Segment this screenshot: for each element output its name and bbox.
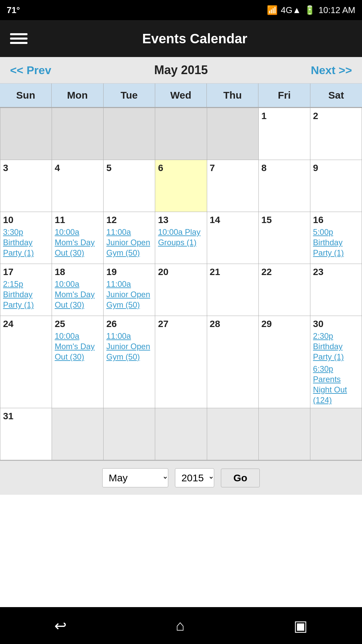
header-sun: Sun	[0, 84, 52, 107]
cal-cell-3: 3	[0, 160, 52, 212]
month-navigation: << Prev May 2015 Next >>	[0, 57, 362, 84]
date-number: 1	[261, 111, 307, 121]
bottom-nav-bar: ↩ ⌂ ▣	[0, 607, 362, 644]
footer-controls: January February March April May June Ju…	[0, 460, 362, 495]
cal-cell-31: 31	[0, 408, 52, 460]
cal-cell-15: 15	[259, 212, 310, 264]
cal-cell-5: 5	[104, 160, 155, 212]
cal-cell-8: 8	[259, 160, 310, 212]
cal-cell-28: 28	[207, 316, 259, 408]
month-select[interactable]: January February March April May June Ju…	[102, 468, 168, 487]
cal-cell-empty	[104, 108, 155, 160]
cal-cell-30: 30 2:30p Birthday Party (1) 6:30p Parent…	[310, 316, 362, 408]
status-icons: 📶 4G▲ 🔋 10:12 AM	[267, 5, 355, 15]
cal-cell-20: 20	[155, 264, 207, 316]
event-link[interactable]: 10:00a Mom's Day Out (30)	[55, 227, 101, 258]
date-number: 23	[313, 267, 359, 277]
date-number: 16	[313, 215, 359, 225]
cal-cell-16: 16 5:00p Birthday Party (1)	[310, 212, 362, 264]
time: 10:12 AM	[318, 5, 355, 15]
event-link[interactable]: 2:15p Birthday Party (1)	[3, 279, 49, 310]
header-fri: Fri	[258, 84, 310, 107]
header-thu: Thu	[207, 84, 258, 107]
header-mon: Mon	[52, 84, 103, 107]
event-link[interactable]: 10:00a Play Groups (1)	[158, 227, 204, 248]
current-month-year: May 2015	[154, 63, 208, 77]
next-button[interactable]: Next >>	[311, 64, 352, 77]
event-link[interactable]: 11:00a Junior Open Gym (50)	[106, 279, 152, 310]
date-number: 24	[3, 319, 49, 329]
date-number: 29	[261, 319, 307, 329]
date-number: 13	[158, 215, 204, 225]
date-number: 8	[261, 163, 307, 173]
cal-cell-empty	[207, 408, 259, 460]
cal-cell-empty	[52, 108, 104, 160]
cal-cell-14: 14	[207, 212, 259, 264]
wifi-icon: 📶	[267, 5, 278, 15]
date-number: 7	[210, 163, 256, 173]
event-link[interactable]: 10:00a Mom's Day Out (30)	[55, 331, 101, 362]
date-number: 6	[158, 163, 204, 173]
date-number: 22	[261, 267, 307, 277]
date-number: 15	[261, 215, 307, 225]
event-link[interactable]: 3:30p Birthday Party (1)	[3, 227, 49, 258]
cal-cell-11: 11 10:00a Mom's Day Out (30)	[52, 212, 104, 264]
back-button[interactable]: ↩	[54, 617, 67, 634]
date-number: 11	[55, 215, 101, 225]
cal-cell-19: 19 11:00a Junior Open Gym (50)	[104, 264, 155, 316]
cal-cell-23: 23	[310, 264, 362, 316]
date-number: 31	[3, 411, 49, 422]
temperature: 71°	[7, 5, 20, 15]
prev-button[interactable]: << Prev	[10, 64, 51, 77]
event-link[interactable]: 2:30p Birthday Party (1)	[313, 331, 359, 362]
cal-cell-empty	[0, 108, 52, 160]
home-button[interactable]: ⌂	[176, 617, 185, 634]
cal-cell-4: 4	[52, 160, 104, 212]
event-link[interactable]: 6:30p Parents Night Out (124)	[313, 364, 359, 406]
header-tue: Tue	[104, 84, 155, 107]
cal-cell-25: 25 10:00a Mom's Day Out (30)	[52, 316, 104, 408]
date-number: 3	[3, 163, 49, 173]
date-number: 27	[158, 319, 204, 329]
year-select[interactable]: 2013 2014 2015 2016 2017	[175, 468, 214, 487]
app-header: Events Calendar	[0, 20, 362, 57]
event-link[interactable]: 5:00p Birthday Party (1)	[313, 227, 359, 258]
status-bar: 71° 📶 4G▲ 🔋 10:12 AM	[0, 0, 362, 20]
signal-icon: 4G▲	[281, 5, 301, 15]
calendar: Sun Mon Tue Wed Thu Fri Sat 1 2 3 4 5	[0, 84, 362, 460]
menu-button[interactable]	[10, 33, 27, 44]
date-number: 4	[55, 163, 101, 173]
go-button[interactable]: Go	[221, 469, 260, 487]
cal-cell-2: 2	[310, 108, 362, 160]
date-number: 18	[55, 267, 101, 277]
day-headers: Sun Mon Tue Wed Thu Fri Sat	[0, 84, 362, 108]
event-link[interactable]: 11:00a Junior Open Gym (50)	[106, 331, 152, 362]
cal-cell-9: 9	[310, 160, 362, 212]
date-number: 19	[106, 267, 152, 277]
cal-cell-17: 17 2:15p Birthday Party (1)	[0, 264, 52, 316]
cal-cell-6-today: 6	[155, 160, 207, 212]
date-number: 12	[106, 215, 152, 225]
cal-cell-1: 1	[259, 108, 310, 160]
cal-cell-empty	[155, 408, 207, 460]
date-number: 21	[210, 267, 256, 277]
recents-button[interactable]: ▣	[294, 617, 308, 634]
page-title: Events Calendar	[38, 31, 352, 46]
cal-cell-22: 22	[259, 264, 310, 316]
date-number: 26	[106, 319, 152, 329]
date-number: 10	[3, 215, 49, 225]
battery-icon: 🔋	[304, 5, 315, 15]
cal-cell-26: 26 11:00a Junior Open Gym (50)	[104, 316, 155, 408]
date-number: 20	[158, 267, 204, 277]
cal-cell-empty	[104, 408, 155, 460]
cal-cell-12: 12 11:00a Junior Open Gym (50)	[104, 212, 155, 264]
cal-cell-7: 7	[207, 160, 259, 212]
cal-cell-empty	[155, 108, 207, 160]
header-sat: Sat	[310, 84, 362, 107]
event-link[interactable]: 11:00a Junior Open Gym (50)	[106, 227, 152, 258]
cal-cell-empty	[207, 108, 259, 160]
cal-cell-13: 13 10:00a Play Groups (1)	[155, 212, 207, 264]
event-link[interactable]: 10:00a Mom's Day Out (30)	[55, 279, 101, 310]
cal-cell-24: 24	[0, 316, 52, 408]
calendar-grid: 1 2 3 4 5 6 7 8 9 10 3:30p Birthday Pa	[0, 108, 362, 460]
